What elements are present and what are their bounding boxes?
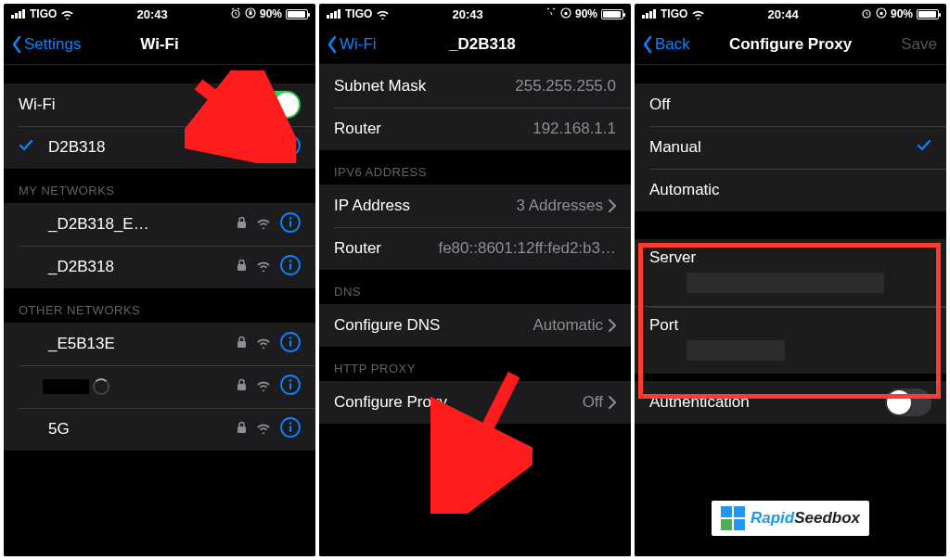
- wifi-strength-icon: [256, 335, 271, 353]
- server-input[interactable]: [687, 273, 884, 293]
- svg-rect-14: [289, 221, 291, 227]
- info-icon[interactable]: [280, 375, 301, 400]
- wifi-strength-icon: [256, 215, 271, 234]
- status-bar: TIGO 20:43 90%: [4, 4, 315, 24]
- wifi-toggle[interactable]: [254, 91, 301, 119]
- alarm-icon: [861, 7, 872, 21]
- subnet-mask-row[interactable]: Subnet Mask 255.255.255.0: [319, 65, 631, 108]
- svg-rect-7: [238, 145, 246, 151]
- cellular-signal-icon: [11, 9, 26, 19]
- ipv6-router-row[interactable]: Router fe80::8601:12ff:fed2:b3…: [319, 227, 631, 270]
- svg-rect-1: [15, 13, 18, 19]
- connected-network-row[interactable]: D2B318: [4, 126, 315, 169]
- svg-rect-2: [19, 11, 21, 19]
- svg-rect-27: [238, 426, 246, 433]
- clock: 20:44: [705, 7, 861, 21]
- wifi-strength-icon: [256, 138, 271, 157]
- battery-icon: [286, 9, 308, 19]
- svg-point-9: [289, 140, 292, 143]
- server-label: Server: [649, 248, 931, 267]
- server-row[interactable]: Server: [635, 239, 946, 306]
- svg-rect-19: [238, 341, 246, 348]
- router-row[interactable]: Router 192.168.1.1: [319, 108, 631, 150]
- alarm-icon: [230, 7, 241, 21]
- svg-rect-35: [338, 9, 340, 19]
- info-icon[interactable]: [280, 135, 301, 160]
- brand-mark-icon: [721, 506, 745, 530]
- network-row[interactable]: _D2B318_E…: [4, 203, 315, 246]
- screen-network-details: TIGO 20:43 90% Wi-Fi _D2B318: [319, 4, 631, 556]
- svg-rect-30: [289, 426, 291, 432]
- lock-icon: [237, 258, 247, 276]
- nav-bar: Wi-Fi _D2B318: [319, 24, 631, 65]
- svg-rect-41: [646, 13, 648, 19]
- network-row[interactable]: 5G: [4, 408, 315, 451]
- svg-rect-22: [289, 340, 291, 347]
- subnet-mask-value: 255.255.255.0: [515, 77, 616, 95]
- battery-percent: 90%: [891, 7, 913, 20]
- svg-point-17: [289, 260, 292, 262]
- svg-rect-6: [249, 12, 251, 15]
- configure-proxy-row[interactable]: Configure Proxy Off: [319, 381, 631, 424]
- spinner-icon: [93, 378, 109, 395]
- network-row[interactable]: _D2B318: [4, 246, 315, 288]
- back-button[interactable]: Settings: [11, 35, 81, 54]
- dns-header: DNS: [319, 270, 631, 304]
- redacted-prefix: [384, 37, 449, 52]
- network-row[interactable]: _E5B13E: [4, 323, 315, 365]
- back-button[interactable]: Wi-Fi: [327, 35, 377, 54]
- proxy-option-automatic[interactable]: Automatic: [635, 169, 946, 211]
- orientation-lock-icon: [245, 7, 256, 21]
- checkmark-icon: [19, 138, 33, 158]
- orientation-lock-icon: [560, 7, 571, 21]
- clock: 20:43: [390, 7, 546, 21]
- svg-rect-11: [238, 222, 246, 228]
- svg-rect-32: [327, 15, 329, 19]
- lock-icon: [237, 420, 247, 439]
- back-label: Settings: [24, 35, 81, 54]
- wifi-strength-icon: [256, 258, 271, 276]
- wifi-icon: [376, 9, 390, 19]
- wifi-strength-icon: [256, 377, 271, 396]
- svg-rect-18: [289, 263, 291, 270]
- network-row[interactable]: [4, 365, 315, 408]
- wifi-label: Wi-Fi: [19, 95, 254, 114]
- battery-icon: [917, 9, 939, 19]
- battery-icon: [601, 9, 623, 19]
- svg-rect-46: [879, 12, 882, 15]
- info-icon[interactable]: [280, 332, 301, 357]
- chevron-right-icon: [609, 199, 616, 212]
- lock-icon: [237, 335, 247, 353]
- status-bar: TIGO 20:44 90%: [635, 4, 946, 24]
- screen-wifi-list: TIGO 20:43 90% Settings Wi-Fi: [4, 4, 315, 556]
- ipv6-header: IPV6 ADDRESS: [319, 150, 631, 185]
- carrier-label: TIGO: [661, 7, 687, 20]
- svg-rect-10: [289, 144, 291, 150]
- proxy-option-off[interactable]: Off: [635, 83, 946, 126]
- checkmark-icon: [917, 138, 931, 158]
- wifi-toggle-row[interactable]: Wi-Fi: [4, 83, 315, 126]
- info-icon[interactable]: [280, 212, 301, 237]
- alarm-icon: [546, 7, 557, 21]
- back-button[interactable]: Back: [642, 35, 690, 54]
- back-label: Back: [655, 35, 690, 54]
- info-icon[interactable]: [280, 417, 301, 442]
- authentication-row[interactable]: Authentication: [635, 381, 946, 424]
- authentication-toggle[interactable]: [885, 388, 931, 416]
- carrier-label: TIGO: [30, 7, 57, 20]
- wifi-strength-icon: [256, 420, 271, 439]
- ipv6-address-row[interactable]: IP Address 3 Addresses: [319, 185, 631, 227]
- svg-point-25: [289, 379, 292, 382]
- info-icon[interactable]: [280, 255, 301, 280]
- carrier-label: TIGO: [345, 7, 372, 20]
- port-row[interactable]: Port: [635, 306, 946, 374]
- save-button[interactable]: Save: [901, 35, 937, 54]
- proxy-option-manual[interactable]: Manual: [635, 126, 946, 169]
- port-input[interactable]: [687, 340, 785, 361]
- configure-dns-row[interactable]: Configure DNS Automatic: [319, 304, 631, 347]
- svg-rect-34: [334, 11, 337, 19]
- battery-percent: 90%: [260, 7, 282, 20]
- cellular-signal-icon: [327, 9, 341, 19]
- orientation-lock-icon: [876, 7, 887, 21]
- svg-point-13: [289, 217, 292, 220]
